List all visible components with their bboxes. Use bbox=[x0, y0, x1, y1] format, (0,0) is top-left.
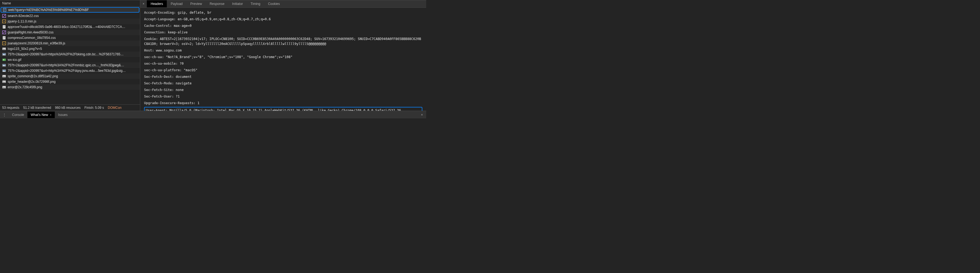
header-line[interactable]: sec-ch-ua: "Not?A_Brand";v="8", "Chromiu… bbox=[144, 54, 422, 60]
request-row[interactable]: jquery-1.11.0.min.js bbox=[0, 19, 140, 24]
name-column-header[interactable]: Name bbox=[0, 0, 140, 6]
header-line[interactable]: Sec-Fetch-Mode: navigate bbox=[144, 80, 422, 86]
doc-icon bbox=[3, 8, 6, 12]
request-row[interactable]: sprite_common@2x.d8f51a42.png bbox=[0, 73, 140, 79]
request-row[interactable]: approve?uuid=d8cdd395-0a96-4803-b5cc-334… bbox=[0, 24, 140, 30]
tab-cookies[interactable]: Cookies bbox=[264, 0, 283, 7]
header-value: "macOS" bbox=[181, 68, 197, 72]
header-key: Host: bbox=[144, 48, 154, 52]
request-row[interactable]: jsanalyzexml.20200619.min_e3f6e39.js bbox=[0, 41, 140, 46]
header-key: Accept-Language: bbox=[144, 17, 176, 21]
header-line[interactable]: Sec-Fetch-Site: none bbox=[144, 86, 422, 93]
header-key: Accept-Encoding: bbox=[144, 11, 176, 14]
header-value: max-age=0 bbox=[172, 24, 191, 28]
header-value: "Not?A_Brand";v="8", "Chromium";v="108",… bbox=[164, 55, 293, 59]
tab-payload[interactable]: Payload bbox=[167, 0, 186, 7]
drawer-tab-issues[interactable]: Issues bbox=[55, 112, 71, 118]
header-line[interactable]: Sec-Fetch-User: ?1 bbox=[144, 93, 422, 100]
header-value: ABTEST=2|1673932104|v17; IPLOC=CN8100; S… bbox=[144, 37, 421, 46]
svg-rect-22 bbox=[2, 59, 6, 61]
request-row[interactable]: guanjiaRight.min.4eed5030.css bbox=[0, 30, 140, 35]
request-row[interactable]: 75?t=2&appid=200997&url=https%3A%2F%2Fbk… bbox=[0, 51, 140, 57]
header-line[interactable]: User-Agent: Mozilla/5.0 (Macintosh; Inte… bbox=[144, 107, 422, 111]
header-value: www.sogou.com bbox=[154, 48, 181, 52]
tab-headers[interactable]: Headers bbox=[147, 0, 167, 7]
request-name: compressCommon_08d7854.css bbox=[8, 36, 56, 40]
status-resources: 960 kB resources bbox=[55, 106, 81, 110]
header-line[interactable]: Cookie: ABTEST=2|1673932104|v17; IPLOC=C… bbox=[144, 36, 422, 47]
img-icon bbox=[2, 85, 6, 89]
drawer-menu-button[interactable]: ⋮ bbox=[0, 113, 9, 117]
svg-point-6 bbox=[4, 21, 5, 22]
request-name: wx-ico.gif bbox=[8, 58, 21, 62]
request-row[interactable]: search.82ecde22.css bbox=[0, 13, 140, 19]
drawer-close-button[interactable]: × bbox=[418, 113, 426, 117]
header-key: Cache-Control: bbox=[144, 24, 172, 28]
request-name: logo115_50x2.png?v=5 bbox=[8, 47, 42, 51]
request-name: web?query=%E5%BC%A0%E5%98%89%E7%9D%BF bbox=[8, 8, 89, 12]
request-name: sprite_header@2x.0b72998f.png bbox=[8, 80, 56, 84]
header-line[interactable]: Accept-Language: en-GB,en-US;q=0.9,en;q=… bbox=[144, 16, 422, 22]
header-key: Sec-Fetch-Dest: bbox=[144, 75, 173, 79]
js-icon bbox=[2, 42, 6, 45]
details-tabs: × HeadersPayloadPreviewResponseInitiator… bbox=[140, 0, 426, 8]
main-area: Name web?query=%E5%BC%A0%E5%98%89%E7%9D%… bbox=[0, 0, 426, 111]
close-details-button[interactable]: × bbox=[140, 0, 147, 7]
img-c-icon bbox=[2, 69, 6, 73]
request-name: approve?uuid=d8cdd395-0a96-4803-b5cc-334… bbox=[8, 25, 125, 29]
drawer-tab-console[interactable]: Console bbox=[9, 112, 27, 118]
svg-point-23 bbox=[3, 59, 4, 60]
header-line[interactable]: Connection: keep-alive bbox=[144, 29, 422, 36]
request-row[interactable]: logo115_50x2.png?v=5 bbox=[0, 46, 140, 51]
close-icon[interactable]: × bbox=[50, 113, 51, 117]
drawer-bar: ⋮ ConsoleWhat's New×Issues × bbox=[0, 111, 426, 118]
header-key: User-Agent: bbox=[146, 109, 167, 111]
header-key: Upgrade-Insecure-Requests: bbox=[144, 101, 196, 105]
header-line[interactable]: Cache-Control: max-age=0 bbox=[144, 22, 422, 29]
img-icon bbox=[2, 80, 6, 84]
headers-content[interactable]: Accept-Encoding: gzip, deflate, brAccept… bbox=[140, 8, 426, 111]
devtools-root: Name web?query=%E5%BC%A0%E5%98%89%E7%9D%… bbox=[0, 0, 426, 118]
request-row[interactable]: compressCommon_08d7854.css bbox=[0, 35, 140, 41]
tab-timing[interactable]: Timing bbox=[247, 0, 264, 7]
header-line[interactable]: Accept-Encoding: gzip, deflate, br bbox=[144, 9, 422, 16]
request-list[interactable]: web?query=%E5%BC%A0%E5%98%89%E7%9D%BFsea… bbox=[0, 6, 140, 104]
request-row[interactable]: 75?t=2&appid=200997&url=http%3A%2F%2Fmmb… bbox=[0, 62, 140, 68]
css-icon bbox=[2, 14, 6, 18]
header-key: Connection: bbox=[144, 30, 166, 34]
header-line[interactable]: Sec-Fetch-Dest: document bbox=[144, 73, 422, 80]
request-name: guanjiaRight.min.4eed5030.css bbox=[8, 30, 53, 34]
request-row[interactable]: sprite_header@2x.0b72998f.png bbox=[0, 79, 140, 85]
tab-initiator[interactable]: Initiator bbox=[228, 0, 247, 7]
header-line[interactable]: sec-ch-ua-mobile: ?0 bbox=[144, 60, 422, 67]
img-icon bbox=[2, 47, 6, 51]
img-c-icon bbox=[2, 63, 6, 67]
header-key: Sec-Fetch-Mode: bbox=[144, 81, 173, 85]
svg-point-17 bbox=[4, 43, 5, 44]
request-row[interactable]: web?query=%E5%BC%A0%E5%98%89%E7%9D%BF bbox=[0, 7, 139, 13]
tab-preview[interactable]: Preview bbox=[186, 0, 206, 7]
header-value: 1 bbox=[196, 101, 199, 105]
request-row[interactable]: wx-ico.gif bbox=[0, 57, 140, 62]
tab-response[interactable]: Response bbox=[206, 0, 228, 7]
header-value: en-GB,en-US;q=0.9,en;q=0.8,zh-CN;q=0.7,z… bbox=[176, 17, 271, 21]
request-name: 75?t=2&appid=200997&url=https%3A%2F%2Fbk… bbox=[8, 52, 124, 56]
network-status-bar: 53 requests 51.2 kB transferred 960 kB r… bbox=[0, 104, 140, 111]
gif-icon bbox=[2, 58, 6, 62]
header-line[interactable]: sec-ch-ua-platform: "macOS" bbox=[144, 67, 422, 73]
request-row[interactable]: 75?t=2&appid=200997&url=http%3A%2F%2Fdqx… bbox=[0, 68, 140, 73]
details-panel: × HeadersPayloadPreviewResponseInitiator… bbox=[140, 0, 426, 111]
request-row[interactable]: error@2x.729c45f9.png bbox=[0, 85, 140, 90]
header-line[interactable]: Host: www.sogou.com bbox=[144, 47, 422, 54]
status-domcontent: DOMCon bbox=[108, 106, 122, 110]
request-name: 75?t=2&appid=200997&url=http%3A%2F%2Fmmb… bbox=[8, 63, 124, 67]
drawer-tab-what-s-new[interactable]: What's New× bbox=[27, 112, 55, 118]
header-value: ?1 bbox=[173, 94, 180, 98]
request-name: sprite_common@2x.d8f51a42.png bbox=[8, 74, 58, 78]
request-name: jsanalyzexml.20200619.min_e3f6e39.js bbox=[8, 42, 65, 45]
header-key: Cookie: bbox=[144, 37, 158, 41]
header-key: sec-ch-ua: bbox=[144, 55, 164, 59]
request-name: 75?t=2&appid=200997&url=http%3A%2F%2Fdqx… bbox=[8, 69, 126, 73]
request-name: search.82ecde22.css bbox=[8, 14, 39, 18]
header-line[interactable]: Upgrade-Insecure-Requests: 1 bbox=[144, 100, 422, 106]
